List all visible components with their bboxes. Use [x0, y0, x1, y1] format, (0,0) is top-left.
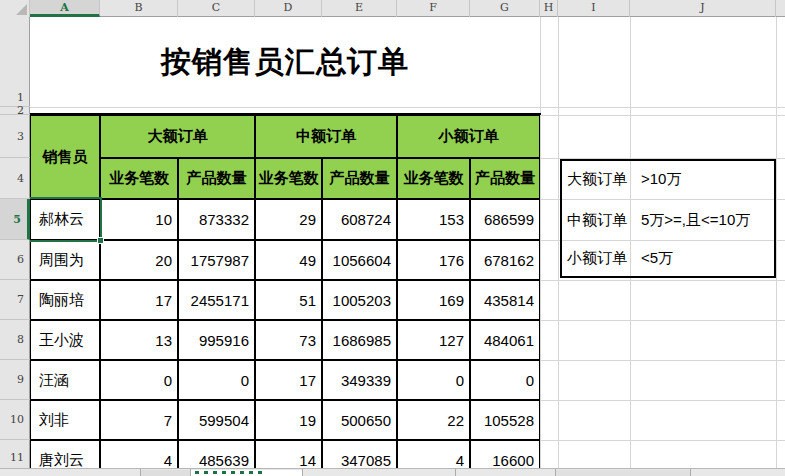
cell-value[interactable]: 608724 — [322, 199, 397, 240]
cell-name[interactable]: 周围为 — [30, 240, 100, 280]
column-header-g[interactable]: G — [470, 0, 540, 17]
gridline — [540, 280, 785, 281]
cell-value[interactable]: 17 — [100, 280, 178, 320]
cell-value[interactable]: 435814 — [470, 280, 540, 320]
header-group-small[interactable]: 小额订单 — [397, 115, 540, 158]
fill-handle[interactable] — [97, 237, 104, 244]
gridline — [540, 115, 785, 116]
cell-value[interactable]: 995916 — [178, 320, 255, 360]
cell-value[interactable]: 17 — [255, 360, 322, 400]
cell-value[interactable]: 153 — [397, 199, 470, 240]
cell-value[interactable]: 349339 — [322, 360, 397, 400]
table-top-border — [29, 113, 541, 115]
sheet-tab[interactable] — [140, 470, 190, 476]
row-header-5[interactable]: 5 — [0, 199, 30, 240]
subheader-quantity[interactable]: 产品数量 — [470, 158, 540, 199]
cell-value[interactable]: 13 — [100, 320, 178, 360]
row-header-8[interactable]: 8 — [0, 320, 30, 360]
cell-value[interactable]: 176 — [397, 240, 470, 280]
cell-value[interactable]: 19 — [255, 400, 322, 440]
header-salesperson[interactable]: 销售员 — [30, 115, 100, 199]
gridline — [776, 17, 777, 468]
legend-label: 中额订单 — [560, 211, 632, 230]
cell-value[interactable]: 686599 — [470, 199, 540, 240]
row-header-bar: 1 2 3 4 5 6 7 8 9 10 11 — [0, 17, 30, 476]
column-header-d[interactable]: D — [255, 0, 322, 17]
gridline — [540, 17, 541, 468]
cell-value[interactable]: 169 — [397, 280, 470, 320]
subheader-count[interactable]: 业务笔数 — [100, 158, 178, 199]
cell-value[interactable]: 2455171 — [178, 280, 255, 320]
gridline — [540, 400, 785, 401]
cell-value[interactable]: 51 — [255, 280, 322, 320]
sheet-title-cell[interactable]: 按销售员汇总订单 — [30, 17, 540, 107]
subheader-count[interactable]: 业务笔数 — [255, 158, 322, 199]
row-header-2[interactable]: 2 — [0, 107, 30, 115]
column-header-j[interactable]: J — [630, 0, 776, 17]
column-header-bar: A B C D E F G H I J — [0, 0, 785, 17]
subheader-quantity[interactable]: 产品数量 — [178, 158, 255, 199]
header-group-medium[interactable]: 中额订单 — [255, 115, 397, 158]
cell-value[interactable]: 599504 — [178, 400, 255, 440]
column-header-a[interactable]: A — [30, 0, 100, 17]
cell-value[interactable]: 0 — [397, 360, 470, 400]
row-header-6[interactable]: 6 — [0, 240, 30, 280]
row-header-1[interactable]: 1 — [0, 17, 30, 107]
legend-value: 5万>=,且<=10万 — [632, 211, 750, 230]
cell-value[interactable]: 0 — [470, 360, 540, 400]
sheet-tab-label-clipped — [195, 471, 265, 474]
legend-row-small[interactable]: 小额订单 <5万 — [560, 240, 776, 277]
gridline — [540, 440, 785, 441]
cell-value[interactable]: 127 — [397, 320, 470, 360]
cell-value[interactable]: 10 — [100, 199, 178, 240]
selected-cell-outline — [28, 197, 102, 242]
cell-value[interactable]: 20 — [100, 240, 178, 280]
gridline — [30, 107, 785, 108]
cell-name[interactable]: 汪涵 — [30, 360, 100, 400]
cell-name[interactable]: 陶丽培 — [30, 280, 100, 320]
cell-value[interactable]: 1005203 — [322, 280, 397, 320]
subheader-quantity[interactable]: 产品数量 — [322, 158, 397, 199]
cell-value[interactable]: 500650 — [322, 400, 397, 440]
cell-value[interactable]: 29 — [255, 199, 322, 240]
cell-name[interactable]: 刘非 — [30, 400, 100, 440]
row-header-4[interactable]: 4 — [0, 158, 30, 199]
cell-name[interactable]: 王小波 — [30, 320, 100, 360]
cell-value[interactable]: 873332 — [178, 199, 255, 240]
gridline — [540, 360, 785, 361]
row-header-9[interactable]: 9 — [0, 360, 30, 400]
spreadsheet-app: 按销售员汇总订单 销售员 大额订单 中额订单 小额订单 业务笔数 产品数量 业务… — [0, 0, 785, 476]
column-header-c[interactable]: C — [178, 0, 255, 17]
row-header-10[interactable]: 10 — [0, 400, 30, 440]
column-header-b[interactable]: B — [100, 0, 178, 17]
column-header-h[interactable]: H — [540, 0, 558, 17]
sheet-tab-bar — [0, 468, 785, 476]
tab-separator — [455, 469, 456, 476]
row-header-3[interactable]: 3 — [0, 115, 30, 158]
select-all-button[interactable] — [0, 0, 30, 17]
cell-value[interactable]: 0 — [178, 360, 255, 400]
cell-value[interactable]: 22 — [397, 400, 470, 440]
cell-value[interactable]: 105528 — [470, 400, 540, 440]
cell-value[interactable]: 73 — [255, 320, 322, 360]
subheader-count[interactable]: 业务笔数 — [397, 158, 470, 199]
column-header-e[interactable]: E — [322, 0, 397, 17]
legend-row-large[interactable]: 大额订单 >10万 — [560, 160, 776, 199]
cell-value[interactable]: 1757987 — [178, 240, 255, 280]
cell-value[interactable]: 0 — [100, 360, 178, 400]
column-header-f[interactable]: F — [397, 0, 470, 17]
cell-value[interactable]: 484061 — [470, 320, 540, 360]
cell-value[interactable]: 7 — [100, 400, 178, 440]
header-group-large[interactable]: 大额订单 — [100, 115, 255, 158]
legend-row-medium[interactable]: 中额订单 5万>=,且<=10万 — [560, 200, 776, 240]
gridline — [558, 17, 559, 468]
cell-value[interactable]: 678162 — [470, 240, 540, 280]
tab-separator — [690, 469, 691, 476]
cell-value[interactable]: 1056604 — [322, 240, 397, 280]
sheet-tab[interactable] — [555, 470, 690, 476]
cell-value[interactable]: 49 — [255, 240, 322, 280]
cell-value[interactable]: 1686985 — [322, 320, 397, 360]
column-header-i[interactable]: I — [558, 0, 630, 17]
legend-label: 大额订单 — [560, 170, 632, 189]
row-header-7[interactable]: 7 — [0, 280, 30, 320]
